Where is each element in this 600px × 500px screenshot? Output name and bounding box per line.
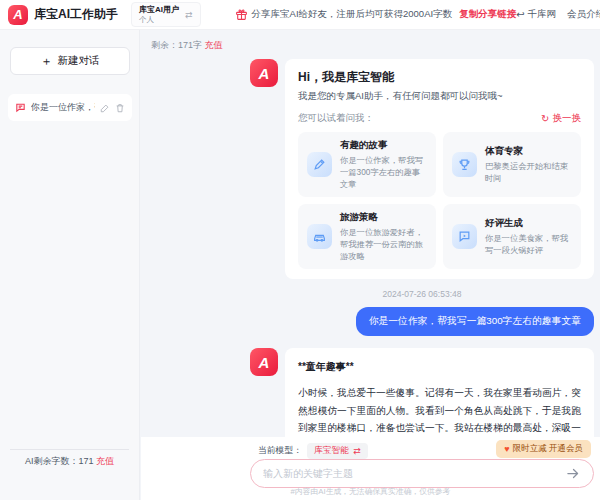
assistant-message: A **童年趣事** 小时候，我总爱干一些傻事。记得有一天，我在家里看动画片，突… [250, 348, 594, 437]
share-banner-text: 分享库宝AI给好友，注册后均可获得2000AI字数 [252, 8, 453, 21]
site-home-link[interactable]: ↩ 千库网 [516, 8, 556, 21]
welcome-subtitle: 我是您的专属AI助手，有任何问题都可以问我哦~ [298, 90, 581, 103]
suggestion-desc: 你是一位旅游爱好者，帮我推荐一份云南的旅游攻略 [340, 226, 427, 262]
pencil-icon [307, 152, 332, 177]
suggestion-desc: 你是一位作家，帮我写一篇300字左右的趣事文章 [340, 154, 427, 190]
chat-history-title: 你是一位作家，帮... [31, 101, 95, 114]
review-icon [452, 224, 477, 249]
send-button[interactable] [566, 466, 581, 481]
new-chat-button[interactable]: ＋ 新建对话 [10, 47, 130, 75]
suggestion-card-review[interactable]: 好评生成 你是一位美食家，帮我写一段火锅好评 [443, 204, 581, 269]
heart-icon: ♥ [504, 444, 509, 454]
sidebar: ＋ 新建对话 你是一位作家，帮... AI剩余字数：17 [0, 30, 140, 500]
assistant-avatar: A [250, 348, 278, 376]
suggestion-title: 好评生成 [485, 217, 572, 230]
welcome-card: Hi，我是库宝智能 我是您的专属AI助手，有任何问题都可以问我哦~ 您可以试着问… [285, 59, 594, 279]
model-name: 库宝智能 [314, 445, 349, 457]
chat-quota-label: 剩余：171字 [151, 40, 202, 50]
suggestion-desc: 你是一位美食家，帮我写一段火锅好评 [485, 232, 572, 256]
user-name: 库宝AI用户 [139, 5, 179, 15]
chat-scroll-area[interactable]: 剩余：171字 充值 A Hi，我是库宝智能 我是您的专属AI助手，有任何问题都… [141, 30, 600, 437]
header-bar: A 库宝AI工作助手 库宝AI用户 个人 ⇄ 分享库宝AI给好友，注册后均可获得… [0, 0, 600, 30]
suggestion-card-travel[interactable]: 旅游策略 你是一位旅游爱好者，帮我推荐一份云南的旅游攻略 [298, 204, 436, 269]
sidebar-divider [10, 449, 129, 450]
refresh-suggestions-button[interactable]: ↻ 换一换 [541, 112, 581, 125]
swap-icon: ⇄ [185, 10, 193, 20]
app-logo-icon: A [8, 5, 28, 25]
sidebar-quota: AI剩余字数：171 充值 [0, 455, 139, 468]
message-timestamp: 2024-07-26 06:53:48 [250, 289, 594, 299]
main-panel: 剩余：171字 充值 A Hi，我是库宝智能 我是您的专属AI助手，有任何问题都… [141, 30, 600, 500]
trophy-icon [452, 152, 477, 177]
chat-quota: 剩余：171字 充值 [151, 39, 600, 52]
user-message-row: 你是一位作家，帮我写一篇300字左右的趣事文章 [250, 307, 594, 336]
copy-share-link[interactable]: 复制分享链接 [459, 8, 516, 21]
assistant-paragraph: 小时候，我总爱干一些傻事。记得有一天，我在家里看动画片，突然想模仿一下里面的人物… [298, 384, 581, 437]
header-right: ↩ 千库网 会员介绍 ♥ 限时立减 [516, 4, 600, 25]
model-selector-row: 当前模型： 库宝智能 ⇄ [258, 443, 368, 459]
model-label: 当前模型： [258, 445, 302, 457]
delete-icon[interactable] [115, 103, 125, 113]
travel-icon [307, 224, 332, 249]
assistant-avatar: A [250, 59, 278, 87]
message-input[interactable] [263, 468, 558, 479]
app-title: 库宝AI工作助手 [34, 6, 118, 23]
assistant-message-card: **童年趣事** 小时候，我总爱干一些傻事。记得有一天，我在家里看动画片，突然想… [285, 348, 594, 437]
suggestion-title: 旅游策略 [340, 211, 427, 224]
composer-bar: 当前模型： 库宝智能 ⇄ ♥ 限时立减 开通会员 #内容由AI生成，无法确保真实… [141, 437, 600, 500]
welcome-hint: 您可以试着问我： [298, 112, 374, 125]
suggestion-card-story[interactable]: 有趣的故事 你是一位作家，帮我写一篇300字左右的趣事文章 [298, 132, 436, 197]
welcome-title: Hi，我是库宝智能 [298, 69, 581, 86]
model-switch-pill[interactable]: 库宝智能 ⇄ [307, 443, 368, 459]
user-account-switcher[interactable]: 库宝AI用户 个人 ⇄ [131, 2, 201, 27]
welcome-message: A Hi，我是库宝智能 我是您的专属AI助手，有任何问题都可以问我哦~ 您可以试… [250, 59, 594, 279]
suggestion-title: 体育专家 [485, 145, 572, 158]
gift-icon [235, 8, 248, 21]
chat-bubble-icon [15, 102, 26, 113]
user-type: 个人 [139, 15, 179, 24]
refresh-icon: ↻ [541, 113, 549, 124]
quota-remaining-label: AI剩余字数：171 [25, 456, 94, 466]
member-intro-link[interactable]: 会员介绍 [567, 8, 600, 21]
chat-history-item[interactable]: 你是一位作家，帮... [8, 94, 132, 121]
suggestion-grid: 有趣的故事 你是一位作家，帮我写一篇300字左右的趣事文章 [298, 132, 581, 269]
user-message-bubble: 你是一位作家，帮我写一篇300字左右的趣事文章 [356, 307, 594, 336]
suggestion-desc: 巴黎奥运会开始和结束时间 [485, 160, 572, 184]
plus-icon: ＋ [41, 53, 53, 70]
swap-icon: ⇄ [353, 446, 361, 456]
message-input-wrap [250, 459, 594, 488]
suggestion-title: 有趣的故事 [340, 139, 427, 152]
recharge-link[interactable]: 充值 [96, 456, 114, 466]
app-window: A 库宝AI工作助手 库宝AI用户 个人 ⇄ 分享库宝AI给好友，注册后均可获得… [0, 0, 600, 500]
return-arrow-icon: ↩ [516, 9, 524, 20]
suggestion-card-sports[interactable]: 体育专家 巴黎奥运会开始和结束时间 [443, 132, 581, 197]
vip-promo-tag[interactable]: ♥ 限时立减 开通会员 [496, 440, 591, 458]
assistant-message-title: **童年趣事** [298, 360, 581, 374]
edit-icon[interactable] [100, 103, 110, 113]
ai-disclaimer: #内容由AI生成，无法确保真实准确，仅供参考 [141, 486, 600, 497]
share-banner: 分享库宝AI给好友，注册后均可获得2000AI字数 复制分享链接 [235, 8, 517, 21]
chat-recharge-link[interactable]: 充值 [205, 40, 223, 50]
